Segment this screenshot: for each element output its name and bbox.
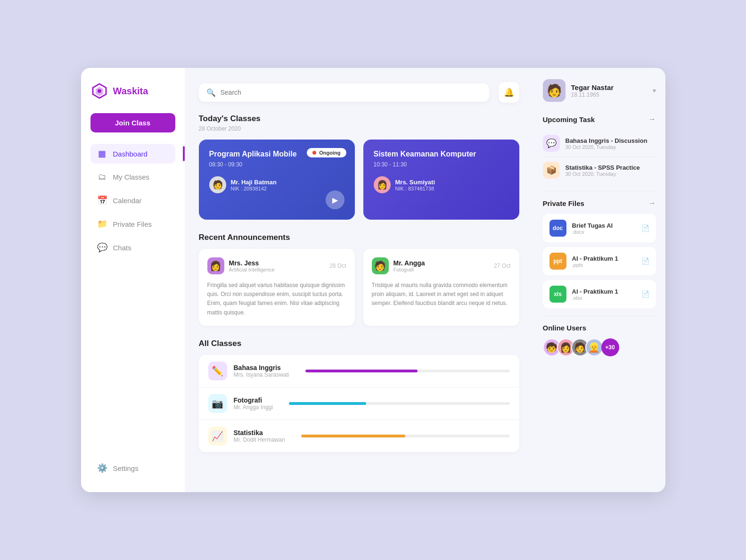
private-files-icon: 📁 [97, 219, 107, 229]
logo-icon [90, 82, 108, 100]
task-item-1: 💬 Bahasa Inggris - Discussion 30 Oct 202… [543, 130, 656, 157]
teacher-avatar-2: 👩 [374, 176, 391, 193]
task-icon-2: 📦 [543, 162, 560, 179]
upcoming-task-arrow[interactable]: → [648, 115, 656, 124]
class-card-2[interactable]: Sistem Keamanan Komputer 10:30 - 11:30 👩… [363, 140, 519, 220]
todays-classes-date: 28 October 2020 [199, 125, 519, 132]
file-name-1: Brief Tugas AI [572, 222, 613, 229]
task-name-2: Statistika - SPSS Practice [566, 164, 640, 171]
class-time-1: 08:30 - 09:30 [209, 161, 344, 168]
class-icon-3: 📈 [208, 427, 227, 445]
logo-area: Waskita [90, 82, 175, 100]
sidebar-item-calendar[interactable]: 📅 Calendar [90, 190, 175, 210]
teacher-info-1: 🧑 Mr. Haji Batman NIK : 20938142 [209, 176, 344, 193]
join-class-button[interactable]: Join Class [90, 113, 175, 132]
chevron-down-icon[interactable]: ▾ [653, 87, 656, 94]
class-icon-1: ✏️ [208, 362, 227, 380]
ann-date-1: 28 Oct [329, 263, 346, 269]
sidebar-item-settings[interactable]: ⚙️ Settings [90, 458, 175, 478]
teacher-avatar-1: 🧑 [209, 176, 226, 193]
task-date-2: 30 Oct 2020, Tuesday [566, 171, 640, 177]
search-input[interactable] [221, 89, 482, 96]
calendar-label: Calendar [113, 197, 142, 205]
app-container: Waskita Join Class ▦ Dashboard 🗂 My Clas… [81, 68, 665, 492]
file-item-2[interactable]: ppt AI - Praktikum 1 .pptx 📄 [543, 247, 656, 275]
class-list-name-1: Bahasa Inggris [234, 364, 289, 371]
ann-name-1: Mrs. Jess [229, 259, 275, 267]
sidebar-item-dashboard[interactable]: ▦ Dashboard [90, 144, 175, 164]
class-progress-bar-1 [305, 370, 510, 372]
class-progress-fill-2 [289, 402, 366, 405]
ann-subject-1: Artificial Intelligence [229, 267, 275, 272]
teacher-nik-1: NIK : 20938142 [231, 186, 277, 191]
class-progress-bar-3 [301, 435, 510, 437]
file-item-3[interactable]: xls AI - Praktikum 1 .xlsx 📄 [543, 280, 656, 308]
upcoming-task-title: Upcoming Task [543, 115, 595, 124]
file-item-1[interactable]: doc Brief Tugas AI .docx 📄 [543, 214, 656, 242]
private-files-list: doc Brief Tugas AI .docx 📄 ppt AI - Prak… [543, 214, 656, 308]
task-icon-1: 💬 [543, 135, 560, 152]
class-list-name-3: Statistika [234, 429, 285, 436]
sidebar: Waskita Join Class ▦ Dashboard 🗂 My Clas… [81, 68, 185, 492]
sidebar-item-my-classes[interactable]: 🗂 My Classes [90, 167, 175, 187]
todays-classes-section: Today's Classes 28 October 2020 Ongoing … [199, 114, 519, 220]
todays-classes-title: Today's Classes [199, 114, 519, 124]
ann-header-2: 🧑 Mr. Angga Fotografi 27 Oct [372, 257, 511, 274]
file-name-3: AI - Praktikum 1 [572, 288, 618, 295]
announcements-title: Recent Announcements [199, 233, 519, 242]
task-item-2: 📦 Statistika - SPSS Practice 30 Oct 2020… [543, 157, 656, 183]
file-ext-3: .xlsx [572, 295, 618, 301]
class-progress-bar-2 [289, 402, 510, 405]
calendar-icon: 📅 [97, 195, 107, 206]
ongoing-dot [312, 151, 316, 155]
classes-grid: Ongoing Program Aplikasi Mobile 08:30 - … [199, 140, 519, 220]
ann-name-2: Mr. Angga [393, 259, 425, 267]
file-name-2: AI - Praktikum 1 [572, 255, 618, 262]
ongoing-badge: Ongoing [307, 148, 346, 157]
all-classes-list: ✏️ Bahasa Inggris Mrs. Isyana Saraswati … [199, 355, 519, 452]
dashboard-icon: ▦ [97, 148, 107, 159]
class-time-2: 10:30 - 11:30 [374, 161, 509, 168]
class-list-teacher-3: Mr. Dodit Hermawan [234, 436, 285, 443]
ann-avatar-1: 👩 [207, 257, 224, 274]
separator-1 [543, 191, 656, 191]
notification-button[interactable]: 🔔 [499, 82, 519, 103]
sidebar-item-private-files[interactable]: 📁 Private Files [90, 214, 175, 234]
announcement-card-2: 🧑 Mr. Angga Fotografi 27 Oct Tristique a… [363, 249, 519, 326]
class-list-item-2[interactable]: 📷 Fotografi Mr. Angga Inggi [199, 387, 519, 420]
ann-subject-2: Fotografi [393, 267, 425, 272]
user-id: 18.11.1965 [571, 91, 614, 98]
online-avatar-4: 👱 [585, 338, 603, 356]
class-card-1[interactable]: Ongoing Program Aplikasi Mobile 08:30 - … [199, 140, 355, 220]
task-name-1: Bahasa Inggris - Discussion [566, 137, 648, 144]
sidebar-item-chats[interactable]: 💬 Chats [90, 238, 175, 257]
announcement-card-1: 👩 Mrs. Jess Artificial Intelligence 28 O… [199, 249, 355, 326]
class-list-teacher-2: Mr. Angga Inggi [234, 404, 273, 411]
ann-text-1: Fringilla sed aliquet varius habitasse q… [207, 281, 346, 317]
svg-point-2 [98, 89, 101, 93]
online-users-row: 🧒 👩 🧑 👱 +30 [543, 338, 656, 356]
class-list-name-2: Fotografi [234, 396, 273, 404]
file-icon-2: ppt [549, 253, 566, 270]
play-button[interactable]: ▶ [326, 190, 344, 209]
private-files-arrow[interactable]: → [648, 199, 656, 207]
announcements-grid: 👩 Mrs. Jess Artificial Intelligence 28 O… [199, 249, 519, 326]
class-list-item-3[interactable]: 📈 Statistika Mr. Dodit Hermawan [199, 420, 519, 452]
class-title-2: Sistem Keamanan Komputer [374, 150, 509, 158]
teacher-name-1: Mr. Haji Batman [231, 179, 277, 186]
upcoming-task-list: 💬 Bahasa Inggris - Discussion 30 Oct 202… [543, 130, 656, 183]
private-files-label: Private Files [113, 220, 152, 228]
my-classes-label: My Classes [113, 173, 150, 181]
online-more-count: +30 [601, 338, 619, 356]
class-list-item-1[interactable]: ✏️ Bahasa Inggris Mrs. Isyana Saraswati [199, 355, 519, 387]
class-progress-fill-1 [305, 370, 418, 372]
teacher-name-2: Mrs. Sumiyati [395, 179, 435, 186]
private-files-header: Private Files → [543, 199, 656, 207]
file-doc-icon-3: 📄 [641, 290, 649, 298]
ann-text-2: Tristique at mauris nulla gravida commod… [372, 281, 511, 308]
header: 🔍 🔔 [199, 82, 519, 103]
logo-text: Waskita [113, 86, 148, 97]
file-icon-1: doc [549, 220, 566, 237]
class-icon-2: 📷 [208, 394, 227, 413]
ongoing-label: Ongoing [319, 150, 340, 156]
